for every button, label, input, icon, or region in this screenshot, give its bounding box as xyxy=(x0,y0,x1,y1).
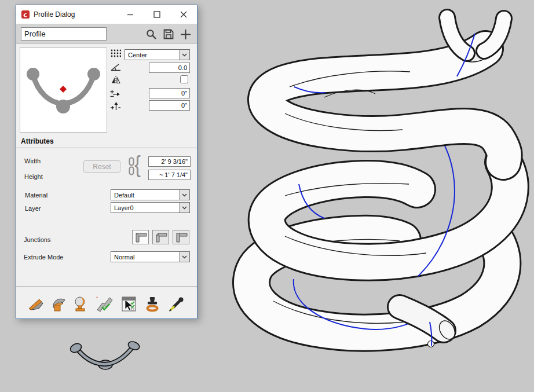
profile-bottom-node xyxy=(56,100,70,113)
profile-end-node xyxy=(87,68,100,80)
search-icon[interactable] xyxy=(145,28,158,41)
extrude-mode-select[interactable]: Normal xyxy=(111,251,190,262)
profile-curve-model xyxy=(69,340,141,369)
add-profile-icon[interactable] xyxy=(179,28,192,41)
profile-toolbar xyxy=(16,24,197,44)
width-input[interactable] xyxy=(148,156,191,167)
reset-button[interactable]: Reset xyxy=(83,160,120,173)
profile-dialog-window: Profile Dialog xyxy=(16,5,197,319)
quantifier-icon[interactable] xyxy=(119,295,138,313)
rotation-angle-icon xyxy=(111,63,121,71)
profile-end-node xyxy=(27,68,39,80)
anchor-point-marker xyxy=(60,86,67,93)
profile-name-input[interactable] xyxy=(21,27,107,41)
width-label: Width xyxy=(24,157,41,164)
anchor-grid-icon xyxy=(111,49,121,57)
chamfer-junction-button[interactable] xyxy=(152,230,169,244)
maximize-button[interactable] xyxy=(146,5,168,23)
smart-path-select-icon[interactable]: * xyxy=(96,295,114,313)
offset-x-icon xyxy=(110,89,120,98)
close-button[interactable] xyxy=(173,5,195,23)
sketchup-logo-icon xyxy=(21,10,30,19)
layer-select-value: Layer0 xyxy=(114,204,134,211)
layer-select[interactable]: Layer0 xyxy=(111,202,190,213)
junctions-label: Junctions xyxy=(24,236,50,243)
build-assembly-icon[interactable] xyxy=(72,295,90,313)
chevron-down-icon xyxy=(179,203,189,213)
height-label: Height xyxy=(24,173,43,180)
title-bar[interactable]: Profile Dialog xyxy=(16,5,197,24)
chevron-down-icon xyxy=(179,252,189,262)
material-label: Material xyxy=(25,192,47,199)
material-select[interactable]: Default xyxy=(111,189,190,200)
rotation-input[interactable] xyxy=(149,63,190,73)
butt-junction-button[interactable] xyxy=(173,230,189,244)
offset-x-input[interactable] xyxy=(149,88,190,98)
material-select-value: Default xyxy=(114,192,134,199)
stamp-icon[interactable] xyxy=(143,295,162,313)
chevron-down-icon xyxy=(179,190,189,200)
window-title: Profile Dialog xyxy=(34,10,75,19)
brace-glyph: { xyxy=(134,153,141,176)
height-input[interactable] xyxy=(148,170,191,180)
layer-label: Layer xyxy=(25,205,41,212)
attributes-heading: Attributes xyxy=(21,137,54,145)
pick-profile-icon[interactable] xyxy=(167,295,186,313)
anchor-select-value: Center xyxy=(128,52,147,58)
mirror-checkbox[interactable] xyxy=(180,75,188,83)
profile-member-icon[interactable] xyxy=(49,295,67,313)
svg-text:*: * xyxy=(96,295,98,301)
anchor-select[interactable]: Center xyxy=(125,49,190,60)
extrude-mode-label: Extrude Mode xyxy=(24,254,63,261)
section-divider xyxy=(16,148,197,148)
offset-y-input[interactable] xyxy=(149,100,190,111)
chevron-down-icon xyxy=(179,50,189,60)
extrude-mode-value: Normal xyxy=(114,254,134,261)
save-icon[interactable] xyxy=(162,28,175,41)
minimize-button[interactable] xyxy=(119,5,141,23)
mirror-icon xyxy=(111,75,120,85)
spiral-model xyxy=(251,17,510,347)
offset-y-icon xyxy=(110,101,120,111)
footer-divider xyxy=(16,286,197,287)
profile-preview xyxy=(20,47,107,133)
build-profile-icon[interactable] xyxy=(27,295,45,313)
miter-junction-button[interactable] xyxy=(132,230,149,244)
